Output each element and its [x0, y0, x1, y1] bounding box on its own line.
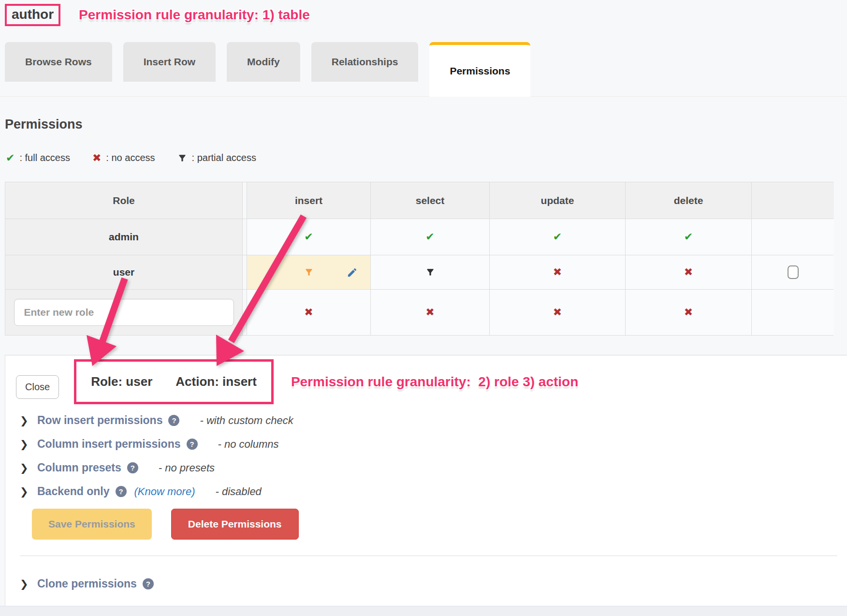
annotation-granularity-table: Permission rule granularity: 1) table [79, 7, 310, 23]
new-role-cell [5, 290, 242, 335]
cross-icon: ✖ [92, 153, 101, 163]
filter-icon [304, 267, 314, 277]
cross-icon: ✖ [553, 307, 562, 318]
perm-cell-admin-update[interactable]: ✔ [490, 219, 625, 255]
legend-no-access-label: : no access [106, 152, 155, 163]
check-icon: ✔ [553, 232, 562, 242]
perm-cell-new-insert[interactable]: ✖ [247, 290, 370, 335]
section-title: Column insert permissions [37, 438, 181, 451]
edit-pencil-icon[interactable] [347, 267, 358, 278]
check-icon: ✔ [6, 153, 15, 163]
editor-action-label: Action: insert [175, 374, 257, 389]
tabbar-underline [0, 96, 847, 97]
permission-editor-panel: Close Role: user Action: insert Permissi… [5, 355, 847, 606]
section-clone-permissions[interactable]: ❯ Clone permissions ? [20, 577, 847, 590]
tab-modify[interactable]: Modify [227, 42, 300, 82]
role-label-user: user [5, 255, 242, 289]
permission-sections: ❯ Row insert permissions ? - with custom… [16, 414, 847, 498]
legend-full-access: ✔ : full access [6, 152, 70, 163]
permissions-page: author Permission rule granularity: 1) t… [0, 0, 847, 616]
col-header-delete: delete [626, 182, 751, 219]
section-status: - disabled [215, 485, 261, 498]
close-button[interactable]: Close [16, 375, 59, 399]
access-legend: ✔ : full access ✖ : no access : partial … [6, 152, 847, 163]
help-icon[interactable]: ? [143, 578, 154, 589]
perm-cell-user-select[interactable] [371, 255, 489, 289]
tab-permissions[interactable]: Permissions [429, 42, 530, 97]
section-title: Column presets [37, 461, 121, 474]
tab-relationships[interactable]: Relationships [311, 42, 419, 82]
cross-icon: ✖ [684, 307, 693, 318]
help-icon[interactable]: ? [127, 462, 138, 473]
chevron-right-icon: ❯ [20, 439, 30, 450]
help-icon[interactable]: ? [116, 486, 127, 497]
help-icon[interactable]: ? [187, 439, 198, 450]
legend-no-access: ✖ : no access [92, 152, 155, 163]
chevron-right-icon: ❯ [20, 462, 30, 474]
perm-cell-new-update[interactable]: ✖ [490, 290, 625, 335]
permissions-heading: Permissions [5, 117, 847, 132]
cross-icon: ✖ [684, 267, 693, 278]
table-name-badge: author [5, 4, 60, 26]
editor-role-label: Role: user [91, 374, 152, 389]
perm-cell-user-delete[interactable]: ✖ [626, 255, 751, 289]
section-row-insert-permissions[interactable]: ❯ Row insert permissions ? - with custom… [20, 414, 847, 427]
permissions-table: Role insert select update delete admin ✔… [5, 182, 833, 336]
know-more-link[interactable]: (Know more) [134, 485, 195, 498]
section-column-insert-permissions[interactable]: ❯ Column insert permissions ? - no colum… [20, 438, 847, 451]
perm-cell-admin-insert[interactable]: ✔ [247, 219, 370, 255]
filter-icon [425, 267, 435, 277]
delete-permissions-button[interactable]: Delete Permissions [171, 509, 299, 540]
col-header-role: Role [5, 182, 242, 219]
section-column-presets[interactable]: ❯ Column presets ? - no presets [20, 461, 847, 474]
check-icon: ✔ [425, 232, 434, 242]
section-backend-only[interactable]: ❯ Backend only ? (Know more) - disabled [20, 485, 847, 498]
chevron-right-icon: ❯ [20, 486, 30, 498]
legend-full-access-label: : full access [19, 152, 70, 163]
section-title: Clone permissions [37, 577, 137, 590]
cross-icon: ✖ [304, 307, 313, 318]
section-title: Row insert permissions [37, 414, 162, 427]
check-icon: ✔ [684, 232, 693, 242]
user-row-checkbox[interactable] [788, 265, 799, 279]
tab-browse-rows[interactable]: Browse Rows [5, 42, 112, 82]
table-tabs: Browse Rows Insert Row Modify Relationsh… [5, 42, 847, 97]
col-header-insert: insert [247, 182, 370, 219]
section-status: - no columns [218, 438, 279, 451]
col-header-extra [752, 182, 834, 219]
editor-divider [20, 556, 837, 556]
perm-cell-admin-extra [752, 219, 834, 255]
perm-cell-user-extra [752, 255, 834, 289]
section-status: - with custom check [200, 414, 293, 427]
perm-cell-new-select[interactable]: ✖ [371, 290, 489, 335]
cross-icon: ✖ [553, 267, 562, 278]
section-title: Backend only [37, 485, 110, 498]
col-header-update: update [490, 182, 625, 219]
editor-header-row: Close Role: user Action: insert Permissi… [16, 359, 847, 404]
chevron-right-icon: ❯ [20, 415, 30, 426]
perm-cell-admin-select[interactable]: ✔ [371, 219, 489, 255]
role-label-admin: admin [5, 219, 242, 255]
perm-cell-new-delete[interactable]: ✖ [626, 290, 751, 335]
section-status: - no presets [159, 462, 215, 474]
filter-icon [177, 153, 187, 163]
help-icon[interactable]: ? [168, 415, 179, 426]
cross-icon: ✖ [425, 307, 434, 318]
save-permissions-button[interactable]: Save Permissions [32, 509, 152, 540]
col-header-select: select [371, 182, 489, 219]
perm-cell-admin-delete[interactable]: ✔ [626, 219, 751, 255]
annotation-granularity-role-action: Permission rule granularity: 2) role 3) … [291, 374, 578, 390]
check-icon: ✔ [304, 232, 313, 242]
perm-cell-user-update[interactable]: ✖ [490, 255, 625, 289]
legend-partial-access: : partial access [177, 152, 256, 163]
perm-cell-user-insert[interactable] [247, 255, 370, 289]
editor-buttons-row: Save Permissions Delete Permissions [32, 509, 847, 540]
perm-cell-new-extra [752, 290, 834, 335]
legend-partial-access-label: : partial access [192, 152, 256, 163]
new-role-input[interactable] [14, 299, 234, 326]
chevron-right-icon: ❯ [20, 578, 30, 590]
page-footer-strip [0, 606, 847, 616]
tab-insert-row[interactable]: Insert Row [123, 42, 216, 82]
page-header: author Permission rule granularity: 1) t… [0, 0, 847, 26]
role-action-highlight-box: Role: user Action: insert [74, 359, 274, 404]
